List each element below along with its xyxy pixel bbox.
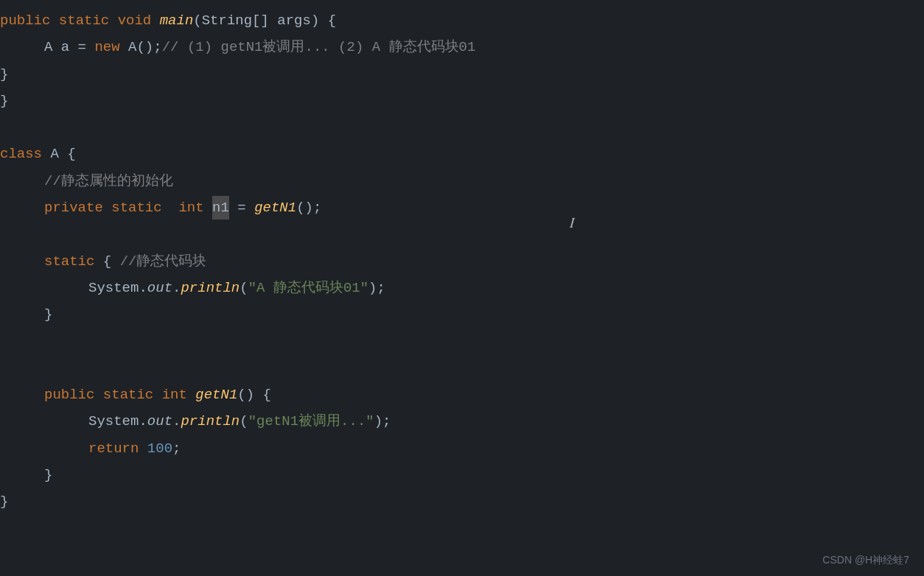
code-line-4: }: [0, 88, 924, 114]
field-out: out: [147, 276, 172, 300]
field-out-2: out: [147, 410, 172, 433]
code-line-5: [0, 114, 924, 141]
keyword-new: new: [94, 35, 119, 59]
method-println-1: println: [181, 276, 239, 300]
keyword-private: private: [44, 196, 103, 219]
number-100: 100: [147, 437, 172, 460]
code-line-11: System. out . println ( "A 静态代码块01" );: [0, 275, 924, 301]
keyword-int: int: [178, 196, 203, 219]
code-line-18: }: [0, 462, 924, 488]
code-line-3: }: [0, 61, 924, 88]
code-line-17: return 100 ;: [0, 435, 924, 462]
code-editor: public static void main (String[] args) …: [0, 0, 924, 576]
keyword-class: class: [0, 142, 42, 166]
code-line-16: System. out . println ( "getN1被调用..." );: [0, 408, 924, 435]
code-line-13: [0, 329, 924, 355]
method-getn1-call: getN1: [254, 196, 296, 219]
string-getn1: "getN1被调用...": [248, 410, 374, 433]
code-line-2: A a = new A (); // (1) getN1被调用... (2) A…: [0, 34, 924, 60]
code-line-6: class A {: [0, 141, 924, 167]
method-println-2: println: [181, 410, 239, 433]
comment-main: // (1) getN1被调用... (2) A 静态代码块01: [162, 35, 476, 59]
code-line-7: //静态属性的初始化: [0, 168, 924, 194]
code-line-10: static { //静态代码块: [0, 248, 924, 275]
code-line-8: private static int n1 = getN1 ();: [0, 194, 924, 221]
string-static-block: "A 静态代码块01": [248, 276, 368, 300]
comment-static-attr: //静态属性的初始化: [44, 169, 173, 193]
keyword-public: public: [0, 9, 50, 32]
code-line-1: public static void main (String[] args) …: [0, 7, 924, 34]
method-main: main: [160, 9, 194, 32]
code-line-9: [0, 221, 924, 247]
code-line-14: [0, 355, 924, 382]
text-cursor-icon: 𝐼: [570, 215, 575, 232]
comment-static-block: //静态代码块: [120, 250, 207, 273]
keyword-static: static: [59, 9, 109, 32]
keyword-return: return: [88, 437, 139, 460]
keyword-void: void: [118, 9, 152, 32]
code-line-15: public static int getN1 () {: [0, 382, 924, 408]
method-getn1-def: getN1: [195, 383, 237, 407]
code-line-12: }: [0, 301, 924, 328]
code-area: public static void main (String[] args) …: [0, 0, 924, 523]
watermark: CSDN @H神经蛙7: [822, 554, 909, 567]
code-line-19: }: [0, 488, 924, 515]
field-n1: n1: [212, 196, 229, 219]
